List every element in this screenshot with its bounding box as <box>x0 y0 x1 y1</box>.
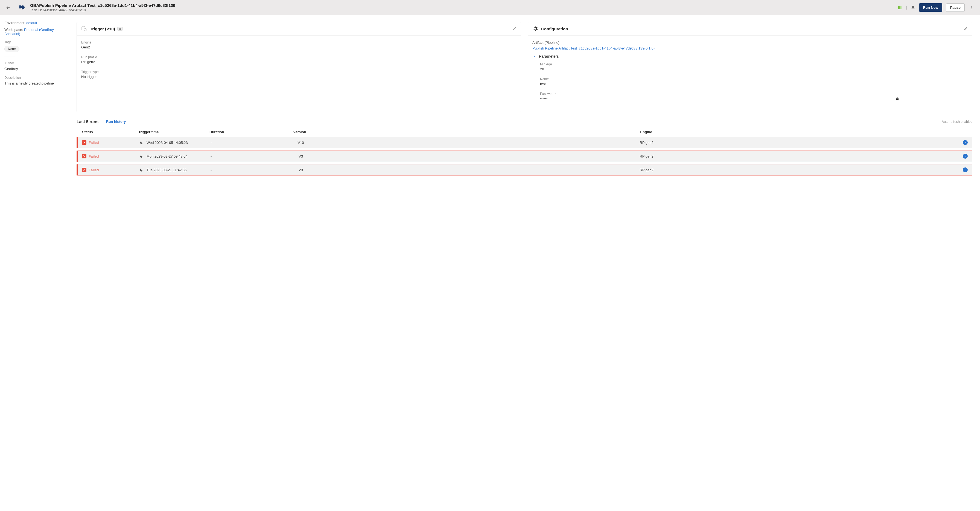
run-trigger-time: Mon 2023-03-27 09:48:04 <box>140 153 210 159</box>
run-status-label: Failed <box>89 141 99 145</box>
more-menu-button[interactable] <box>969 5 975 10</box>
engine-value: Gen2 <box>81 45 517 49</box>
failed-icon: ✕ <box>82 140 86 145</box>
auto-refresh-label: Auto-refresh enabled <box>942 120 972 124</box>
run-status-label: Failed <box>89 154 99 158</box>
author-value: Geoffroy <box>5 67 64 71</box>
chevron-up-icon <box>964 169 967 171</box>
run-status: ✕ Failed <box>82 154 140 158</box>
manual-trigger-icon <box>140 140 144 145</box>
svg-point-2 <box>972 6 972 7</box>
main-content: Trigger (V10) 0 Engine Gen2 Run profile … <box>69 15 980 189</box>
more-vertical-icon <box>970 5 974 10</box>
calendar-clock-icon <box>81 26 87 32</box>
chevron-down-icon <box>532 55 537 58</box>
separator: | <box>906 5 907 10</box>
run-status: ✕ Failed <box>82 140 140 145</box>
description-label: Description <box>5 76 64 80</box>
tags-label: Tags <box>5 40 64 44</box>
run-row[interactable]: ✕ Failed Tue 2023-03-21 11:42:36 - V3 RP… <box>76 164 972 176</box>
run-status: ✕ Failed <box>82 168 140 172</box>
pause-button[interactable]: Pause <box>946 3 965 12</box>
col-status: Status <box>81 130 138 134</box>
pencil-icon <box>512 27 517 31</box>
sidebar: Environment: default Workspace: Personal… <box>0 15 69 189</box>
trigger-card-title: Trigger (V10) <box>90 27 115 31</box>
col-duration: Duration <box>210 130 264 134</box>
run-version: V3 <box>265 168 336 172</box>
manual-trigger-icon <box>140 167 144 173</box>
runs-title: Last 5 runs <box>76 119 99 124</box>
name-value: test <box>540 82 968 86</box>
run-version: V3 <box>265 154 336 158</box>
pencil-icon <box>963 27 968 31</box>
edit-config-button[interactable] <box>963 27 968 31</box>
expand-row-button[interactable] <box>963 154 968 159</box>
expand-row-button[interactable] <box>963 140 968 145</box>
artifact-link[interactable]: Publish Pipeline Artifact Test_c1c5268a-… <box>532 46 655 50</box>
notifications-button[interactable] <box>911 5 915 10</box>
col-version: Version <box>264 130 335 134</box>
artifact-label: Artifact (Pipeline) <box>532 40 968 45</box>
manual-trigger-icon <box>140 153 144 159</box>
run-history-link[interactable]: Run history <box>106 119 126 124</box>
lock-icon <box>896 97 899 101</box>
run-status-label: Failed <box>89 168 99 172</box>
run-engine: RP gen2 <box>336 154 957 158</box>
chevron-up-icon <box>964 155 967 158</box>
run-version: V10 <box>265 141 336 145</box>
parameters-toggle[interactable]: Parameters <box>532 54 968 59</box>
run-row[interactable]: ✕ Failed Mon 2023-03-27 09:48:04 - V3 RP… <box>76 150 972 162</box>
failed-icon: ✕ <box>82 168 86 172</box>
page-title: GBAPublish Pipeline Artifact Test_c1c526… <box>30 3 897 8</box>
back-button[interactable] <box>5 5 11 11</box>
password-label: Password* <box>540 92 968 96</box>
author-label: Author <box>5 61 64 65</box>
run-profile-label: Run profile <box>81 55 517 59</box>
expand-row-button[interactable] <box>963 167 968 172</box>
page-header: GBAPublish Pipeline Artifact Test_c1c526… <box>0 0 980 15</box>
run-engine: RP gen2 <box>336 141 957 145</box>
runs-header: Last 5 runs Run history Auto-refresh ena… <box>76 119 972 124</box>
trigger-type-value: No trigger <box>81 75 517 79</box>
runs-header-row: Status Trigger time Duration Version Eng… <box>76 127 972 137</box>
run-duration: - <box>210 168 265 172</box>
arrow-left-icon <box>6 5 11 10</box>
min-age-label: Min Age <box>540 62 968 66</box>
workspace-label: Workspace: <box>5 28 23 32</box>
col-engine: Engine <box>335 130 957 134</box>
run-trigger-time: Tue 2023-03-21 11:42:36 <box>140 167 210 173</box>
run-now-button[interactable]: Run Now <box>919 3 942 12</box>
svg-rect-0 <box>898 6 900 9</box>
edit-trigger-button[interactable] <box>512 27 517 31</box>
password-value: •••••• <box>540 97 547 101</box>
status-indicator-icon <box>897 5 902 10</box>
name-label: Name <box>540 77 968 81</box>
svg-point-3 <box>972 7 972 8</box>
bell-icon <box>911 5 915 10</box>
trigger-type-label: Trigger type <box>81 70 517 74</box>
header-titles: GBAPublish Pipeline Artifact Test_c1c526… <box>30 3 897 12</box>
failed-icon: ✕ <box>82 154 86 158</box>
divider <box>5 57 15 57</box>
run-profile-value: RP gen2 <box>81 60 517 64</box>
configuration-card: Configuration Artifact (Pipeline) Publis… <box>528 22 972 112</box>
gear-icon <box>532 26 538 32</box>
run-engine: RP gen2 <box>336 168 957 172</box>
chevron-up-icon <box>964 141 967 144</box>
svg-rect-1 <box>900 6 902 9</box>
description-value: This is a newly created pipeline <box>5 81 64 85</box>
run-trigger-time: Wed 2023-04-05 14:05:23 <box>140 140 210 145</box>
environment-link[interactable]: default <box>26 21 37 25</box>
runs-table: Status Trigger time Duration Version Eng… <box>76 127 972 176</box>
task-id-label: Task ID: 641989be24a4597e454f7e18 <box>30 8 897 12</box>
svg-point-4 <box>972 8 972 9</box>
trigger-badge: 0 <box>117 27 123 31</box>
parameters-label: Parameters <box>539 54 558 59</box>
col-trigger: Trigger time <box>138 130 210 134</box>
run-row[interactable]: ✕ Failed Wed 2023-04-05 14:05:23 - V10 R… <box>76 137 972 148</box>
run-duration: - <box>210 154 265 158</box>
config-card-title: Configuration <box>541 27 568 31</box>
run-duration: - <box>210 141 265 145</box>
engine-label: Engine <box>81 40 517 44</box>
